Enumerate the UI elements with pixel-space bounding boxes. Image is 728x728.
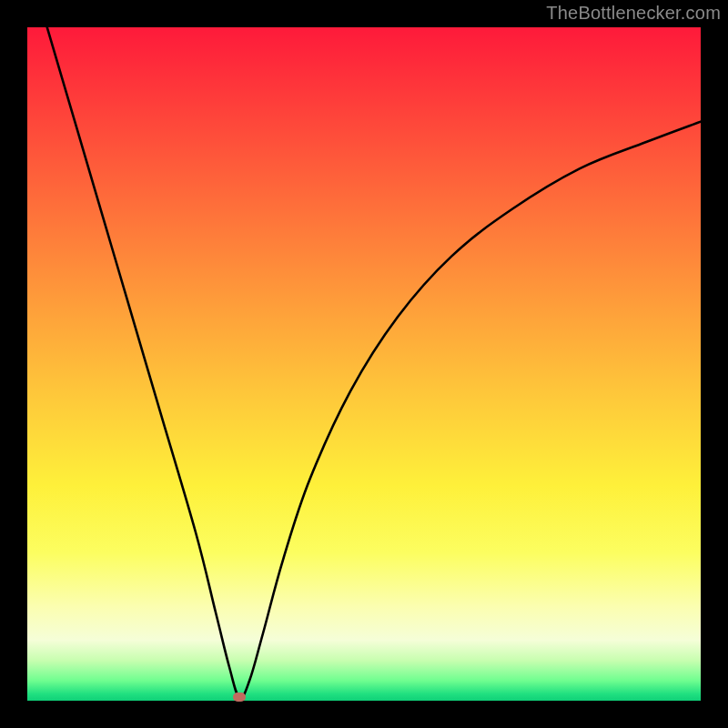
plot-area [27,27,701,701]
minimum-marker [233,693,246,702]
watermark-text: TheBottlenecker.com [546,3,721,24]
bottleneck-curve-path [27,27,701,698]
chart-frame: TheBottlenecker.com [0,0,728,728]
curve-svg [27,27,701,701]
